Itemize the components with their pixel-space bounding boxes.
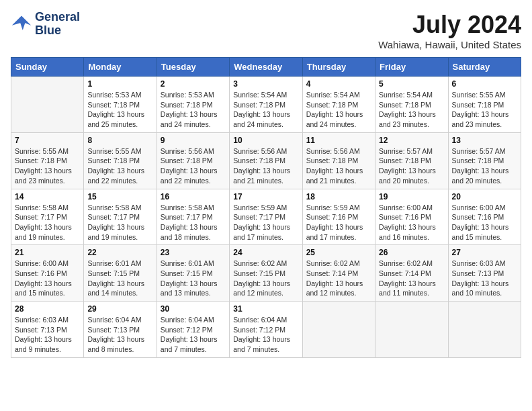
calendar-cell: [11, 77, 84, 133]
day-number: 7: [15, 136, 80, 145]
calendar-cell: 6Sunrise: 5:55 AM Sunset: 7:18 PM Daylig…: [448, 77, 521, 133]
day-number: 22: [87, 248, 152, 257]
day-number: 26: [379, 248, 444, 257]
header: General Blue July 2024 Wahiawa, Hawaii, …: [11, 11, 521, 50]
calendar-header: SundayMondayTuesdayWednesdayThursdayFrid…: [11, 58, 521, 77]
day-number: 4: [306, 79, 371, 89]
day-info: Sunrise: 6:00 AM Sunset: 7:16 PM Dayligh…: [379, 203, 444, 242]
calendar-cell: 2Sunrise: 5:53 AM Sunset: 7:18 PM Daylig…: [157, 77, 229, 133]
day-number: 9: [161, 136, 226, 145]
day-info: Sunrise: 5:53 AM Sunset: 7:18 PM Dayligh…: [87, 90, 152, 130]
calendar-cell: 11Sunrise: 5:56 AM Sunset: 7:18 PM Dayli…: [302, 132, 375, 189]
calendar-cell: 3Sunrise: 5:54 AM Sunset: 7:18 PM Daylig…: [230, 77, 302, 133]
day-info: Sunrise: 6:02 AM Sunset: 7:14 PM Dayligh…: [379, 259, 444, 298]
day-number: 10: [233, 136, 298, 145]
weekday-header: Sunday: [11, 58, 84, 77]
day-number: 20: [452, 192, 517, 201]
calendar-cell: 18Sunrise: 5:59 AM Sunset: 7:16 PM Dayli…: [302, 189, 375, 245]
weekday-header: Wednesday: [230, 58, 302, 77]
calendar-week-row: 1Sunrise: 5:53 AM Sunset: 7:18 PM Daylig…: [11, 77, 521, 133]
day-number: 27: [452, 248, 517, 257]
calendar-cell: 21Sunrise: 6:00 AM Sunset: 7:16 PM Dayli…: [11, 245, 84, 302]
day-number: 11: [306, 136, 371, 145]
weekday-header: Saturday: [448, 58, 521, 77]
day-number: 14: [15, 192, 80, 201]
calendar-cell: 8Sunrise: 5:55 AM Sunset: 7:18 PM Daylig…: [84, 132, 157, 189]
calendar-cell: 28Sunrise: 6:03 AM Sunset: 7:13 PM Dayli…: [11, 302, 84, 358]
calendar-cell: 30Sunrise: 6:04 AM Sunset: 7:12 PM Dayli…: [157, 302, 229, 358]
day-info: Sunrise: 5:57 AM Sunset: 7:18 PM Dayligh…: [379, 146, 444, 186]
day-info: Sunrise: 6:02 AM Sunset: 7:15 PM Dayligh…: [233, 259, 298, 298]
calendar-week-row: 7Sunrise: 5:55 AM Sunset: 7:18 PM Daylig…: [11, 132, 521, 189]
day-info: Sunrise: 5:53 AM Sunset: 7:18 PM Dayligh…: [161, 90, 226, 130]
calendar-cell: 13Sunrise: 5:57 AM Sunset: 7:18 PM Dayli…: [448, 132, 521, 189]
day-number: 12: [379, 136, 444, 145]
day-info: Sunrise: 5:54 AM Sunset: 7:18 PM Dayligh…: [233, 90, 298, 130]
day-number: 13: [452, 136, 517, 145]
day-number: 25: [306, 248, 371, 257]
day-info: Sunrise: 5:54 AM Sunset: 7:18 PM Dayligh…: [306, 90, 371, 130]
day-number: 2: [161, 79, 226, 89]
calendar-cell: 7Sunrise: 5:55 AM Sunset: 7:18 PM Daylig…: [11, 132, 84, 189]
day-number: 1: [87, 79, 152, 89]
calendar-cell: 31Sunrise: 6:04 AM Sunset: 7:12 PM Dayli…: [230, 302, 302, 358]
calendar-week-row: 28Sunrise: 6:03 AM Sunset: 7:13 PM Dayli…: [11, 302, 521, 358]
calendar-cell: 5Sunrise: 5:54 AM Sunset: 7:18 PM Daylig…: [375, 77, 448, 133]
calendar-cell: 26Sunrise: 6:02 AM Sunset: 7:14 PM Dayli…: [375, 245, 448, 302]
calendar-week-row: 21Sunrise: 6:00 AM Sunset: 7:16 PM Dayli…: [11, 245, 521, 302]
day-info: Sunrise: 5:59 AM Sunset: 7:16 PM Dayligh…: [306, 203, 371, 242]
day-number: 8: [87, 136, 152, 145]
logo: General Blue: [11, 11, 80, 38]
weekday-header: Friday: [375, 58, 448, 77]
header-row: SundayMondayTuesdayWednesdayThursdayFrid…: [11, 58, 521, 77]
svg-marker-0: [12, 15, 31, 30]
day-number: 17: [233, 192, 298, 201]
calendar-cell: 9Sunrise: 5:56 AM Sunset: 7:18 PM Daylig…: [157, 132, 229, 189]
calendar-week-row: 14Sunrise: 5:58 AM Sunset: 7:17 PM Dayli…: [11, 189, 521, 245]
weekday-header: Tuesday: [157, 58, 229, 77]
calendar-cell: 24Sunrise: 6:02 AM Sunset: 7:15 PM Dayli…: [230, 245, 302, 302]
day-info: Sunrise: 6:04 AM Sunset: 7:12 PM Dayligh…: [161, 315, 226, 355]
day-info: Sunrise: 6:01 AM Sunset: 7:15 PM Dayligh…: [87, 259, 152, 298]
day-info: Sunrise: 6:03 AM Sunset: 7:13 PM Dayligh…: [452, 259, 517, 298]
calendar-cell: 12Sunrise: 5:57 AM Sunset: 7:18 PM Dayli…: [375, 132, 448, 189]
day-number: 16: [161, 192, 226, 201]
day-info: Sunrise: 6:03 AM Sunset: 7:13 PM Dayligh…: [15, 315, 80, 355]
day-number: 15: [87, 192, 152, 201]
calendar-cell: [302, 302, 375, 358]
calendar-cell: [375, 302, 448, 358]
logo-line2: Blue: [35, 24, 80, 38]
day-number: 24: [233, 248, 298, 257]
calendar-cell: 16Sunrise: 5:58 AM Sunset: 7:17 PM Dayli…: [157, 189, 229, 245]
logo-text: General Blue: [35, 11, 80, 38]
day-info: Sunrise: 5:55 AM Sunset: 7:18 PM Dayligh…: [15, 146, 80, 186]
calendar-cell: 1Sunrise: 5:53 AM Sunset: 7:18 PM Daylig…: [84, 77, 157, 133]
day-info: Sunrise: 6:04 AM Sunset: 7:13 PM Dayligh…: [87, 315, 152, 355]
day-number: 3: [233, 79, 298, 89]
day-number: 19: [379, 192, 444, 201]
calendar-cell: 25Sunrise: 6:02 AM Sunset: 7:14 PM Dayli…: [302, 245, 375, 302]
calendar-cell: [448, 302, 521, 358]
calendar-cell: 23Sunrise: 6:01 AM Sunset: 7:15 PM Dayli…: [157, 245, 229, 302]
day-info: Sunrise: 5:58 AM Sunset: 7:17 PM Dayligh…: [161, 203, 226, 242]
day-info: Sunrise: 6:00 AM Sunset: 7:16 PM Dayligh…: [15, 259, 80, 298]
calendar-cell: 27Sunrise: 6:03 AM Sunset: 7:13 PM Dayli…: [448, 245, 521, 302]
day-info: Sunrise: 5:55 AM Sunset: 7:18 PM Dayligh…: [87, 146, 152, 186]
month-title: July 2024: [378, 11, 521, 39]
day-number: 29: [87, 304, 152, 314]
day-info: Sunrise: 5:57 AM Sunset: 7:18 PM Dayligh…: [452, 146, 517, 186]
day-info: Sunrise: 6:00 AM Sunset: 7:16 PM Dayligh…: [452, 203, 517, 242]
calendar-cell: 4Sunrise: 5:54 AM Sunset: 7:18 PM Daylig…: [302, 77, 375, 133]
day-number: 5: [379, 79, 444, 89]
day-info: Sunrise: 5:56 AM Sunset: 7:18 PM Dayligh…: [161, 146, 226, 186]
day-number: 30: [161, 304, 226, 314]
day-info: Sunrise: 6:04 AM Sunset: 7:12 PM Dayligh…: [233, 315, 298, 355]
day-info: Sunrise: 5:58 AM Sunset: 7:17 PM Dayligh…: [15, 203, 80, 242]
calendar-table: SundayMondayTuesdayWednesdayThursdayFrid…: [11, 57, 521, 358]
calendar-cell: 19Sunrise: 6:00 AM Sunset: 7:16 PM Dayli…: [375, 189, 448, 245]
day-info: Sunrise: 5:55 AM Sunset: 7:18 PM Dayligh…: [452, 90, 517, 130]
calendar-cell: 15Sunrise: 5:58 AM Sunset: 7:17 PM Dayli…: [84, 189, 157, 245]
calendar-cell: 22Sunrise: 6:01 AM Sunset: 7:15 PM Dayli…: [84, 245, 157, 302]
calendar-cell: 17Sunrise: 5:59 AM Sunset: 7:17 PM Dayli…: [230, 189, 302, 245]
day-number: 21: [15, 248, 80, 257]
